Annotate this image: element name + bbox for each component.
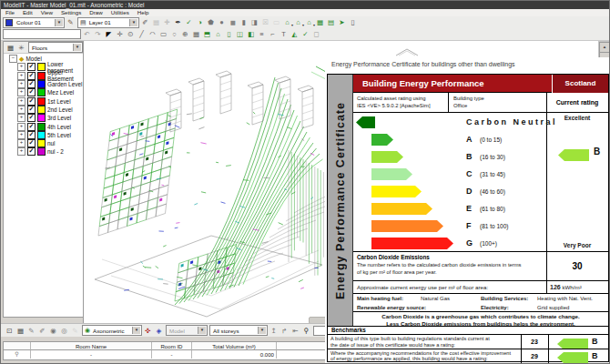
expand-icon[interactable]: + [17,147,25,156]
pen-b-icon[interactable]: ✐ [37,326,47,336]
pen-tool-icon[interactable]: ✒ [173,17,183,27]
tree-item-mez-level[interactable]: +✓Mez Level [4,88,83,96]
measure-icon[interactable]: ⌐ [268,29,278,39]
check-icon[interactable]: ✓ [300,29,310,39]
expand-icon[interactable]: + [17,72,25,80]
validate-icon[interactable]: ✓ [184,17,194,27]
coordinate-input[interactable] [3,29,81,39]
storey-jump-icon[interactable]: ↱ [280,326,290,336]
undo-icon[interactable]: ↶ [82,29,92,39]
grid-toggle-button[interactable]: ▦ [151,17,161,27]
move-icon[interactable]: ✛ [115,29,125,39]
tree-item-3rd-level[interactable]: +✓3rd Level [4,114,83,122]
expand-icon[interactable]: + [17,114,25,122]
expand-icon[interactable]: + [17,88,25,96]
plane-tool-icon[interactable]: ◨ [249,17,259,27]
block-tool-icon[interactable]: ◼ [228,17,238,27]
menu-item-view[interactable]: View [41,9,53,16]
pen-disabled-icon[interactable]: ✎ [70,326,80,336]
zoom-window-icon[interactable]: ⊡ [5,326,15,336]
visibility-checkbox[interactable]: ✓ [27,123,36,131]
visibility-checkbox[interactable]: ✓ [27,88,36,96]
visibility-checkbox[interactable]: ✓ [27,131,36,139]
redo-icon[interactable]: ↷ [93,29,103,39]
door-icon[interactable]: ◧ [246,29,256,39]
stack-green-icon[interactable]: ▤ [326,17,336,27]
stairs-icon[interactable]: ≡ [257,29,267,39]
roof-icon[interactable]: ⌂ [213,29,223,39]
tree-item-nul[interactable]: +✓nul [4,139,83,147]
edit-layer-button[interactable]: ✐ [140,17,150,27]
snap-icon[interactable]: ⊕ [180,29,190,39]
delete-tool-icon[interactable]: ☒ [260,17,270,27]
tree-filter-button[interactable]: ✳ [16,43,26,53]
visibility-checkbox[interactable]: ✓ [27,63,36,71]
tree-item-4th-level[interactable]: +✓4th Level [4,122,83,130]
visibility-checkbox[interactable]: ✓ [27,106,36,114]
circle-icon[interactable]: ○ [169,29,179,39]
menu-item-draw[interactable]: Draw [89,9,102,16]
line-icon[interactable]: ╱ [137,29,147,39]
marker-icon[interactable]: ✜ [143,326,153,336]
colour-combo[interactable]: Colour 01 ▼ [3,17,65,28]
browse-mode-combo[interactable]: Floors ▼ [28,42,83,53]
model-link-icon[interactable]: ◈ [154,326,164,336]
sphere-tool-icon[interactable]: ● [217,17,227,27]
text-icon[interactable]: T [279,29,289,39]
expand-icon[interactable]: + [17,131,25,139]
expand-icon[interactable]: + [17,123,25,131]
zoom-extents-icon[interactable]: ▦ [15,326,25,336]
expand-icon[interactable]: + [17,106,25,114]
visibility-checkbox[interactable]: ✓ [27,147,36,156]
query-icon[interactable]: ◎ [59,326,69,336]
edit-colour-button[interactable]: ✎ [66,17,76,27]
storeys-combo[interactable]: All storeys ▼ [209,325,268,336]
prism-tool-icon[interactable]: ⬟ [206,17,216,27]
model-combo[interactable]: Model ▼ [166,325,208,336]
shade-tool-icon[interactable]: ◑ [195,17,205,27]
menu-item-edit[interactable]: Edit [23,9,33,16]
tree-item-1st-level[interactable]: +✓1st Level [4,96,83,105]
menu-item-file[interactable]: File [5,9,15,16]
expand-icon[interactable]: + [17,63,25,71]
projection-combo[interactable]: ◉ Axonometric ▼ [82,325,142,336]
collapse-icon[interactable]: − [9,55,17,63]
visibility-checkbox[interactable]: ✓ [27,139,36,147]
cylinder-tool-icon[interactable]: ▮ [239,17,249,27]
tree-item-nul-2[interactable]: +✓nul - 2 [4,147,83,156]
place-room-dropdown[interactable]: ⌂▾ [304,17,314,27]
fill-icon[interactable]: ◭ [290,29,300,39]
visibility-checkbox[interactable]: ✓ [27,97,36,106]
visibility-checkbox[interactable]: ✓ [27,114,36,122]
pointer-icon[interactable]: ◤ [104,29,114,39]
layer-combo[interactable]: ▤ Layer 01 ▼ [77,17,139,28]
place-zone-dropdown[interactable]: ⌂▾ [293,17,303,27]
erase-icon[interactable]: ◻ [311,29,321,39]
arrow-green-icon[interactable]: ➤ [337,17,347,27]
tree-item-5th-level[interactable]: +✓5th Level [4,131,83,139]
rotate-view-icon[interactable]: ◉ [48,326,58,336]
tree-item-garden-level[interactable]: +✓Garden Level [4,80,83,88]
tree-item-upper-basement[interactable]: +✓Upper Basement [4,72,83,80]
window-icon[interactable]: ◫ [235,29,245,39]
visibility-checkbox[interactable]: ✓ [27,72,36,80]
grid-icon[interactable]: ▦ [191,29,201,39]
locate-room-button[interactable]: ⚲ [301,326,311,336]
pen-a-icon[interactable]: ✎ [26,326,36,336]
place-space-dropdown[interactable]: ⌂▾ [282,17,292,27]
menu-item-settings[interactable]: Settings [61,9,81,16]
storey-end-icon[interactable]: ⇤ [290,326,300,336]
expand-icon[interactable]: + [17,139,25,147]
curve-icon[interactable]: ◠ [147,29,158,39]
menu-item-help[interactable]: Help [137,9,149,16]
bin-icon[interactable]: ▯ [348,17,358,27]
tree-grid-button[interactable]: ▦ [5,43,15,53]
menu-item-utilities[interactable]: Utilities [111,9,129,16]
add-button[interactable]: ✚ [162,17,172,27]
dash-tool-icon[interactable]: ▭ [271,17,281,27]
extrude-icon[interactable]: ⬒ [202,29,212,39]
storey-up-icon[interactable]: ↥ [269,326,279,336]
expand-icon[interactable]: + [17,97,25,106]
grid-green-icon[interactable]: ▦ [315,17,325,27]
node-icon[interactable]: ⊙ [126,29,136,39]
